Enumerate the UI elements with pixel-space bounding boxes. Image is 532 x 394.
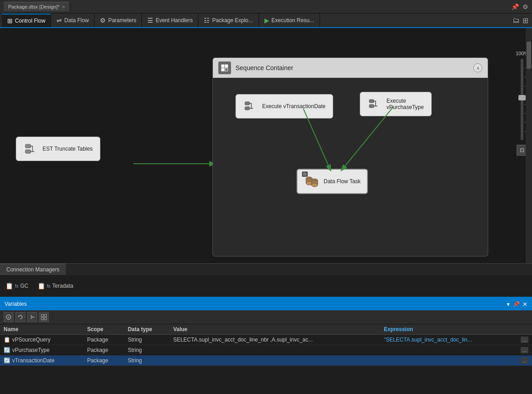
tab-data-flow-label: Data Flow: [64, 17, 89, 24]
svg-rect-27: [44, 314, 47, 317]
svg-rect-4: [25, 144, 31, 148]
var-ellipsis-cell[interactable]: ...: [517, 335, 532, 345]
tab-control-flow[interactable]: ⊞ Control Flow: [2, 14, 51, 27]
variables-close-button[interactable]: ✕: [523, 301, 527, 308]
var-row-icon-3: 🔄: [4, 357, 10, 364]
svg-rect-29: [44, 318, 47, 320]
teradata-conn-icon: 📋: [38, 282, 45, 290]
var-row-icon-1: 📋: [4, 337, 10, 343]
svg-rect-13: [369, 104, 374, 108]
est-truncate-tables-node[interactable]: EST Truncate Tables: [16, 137, 100, 161]
var-expression-cell: "SELECTA.supl_invc_acct_doc_lin...: [380, 335, 517, 345]
execute-vtransactiondate-node[interactable]: Execute vTransactionDate: [235, 94, 333, 119]
col-value-header[interactable]: Value: [169, 324, 380, 335]
col-scope-header[interactable]: Scope: [84, 324, 124, 335]
var-ellipsis-button-3[interactable]: ...: [521, 357, 528, 364]
zoom-thumb[interactable]: [518, 95, 526, 100]
sequence-header-icon: [218, 62, 231, 74]
variables-title: Variables: [5, 301, 27, 307]
var-expression-cell: [380, 356, 517, 366]
sequence-container[interactable]: Sequence Container ∧ Execute vTransactio…: [212, 57, 488, 256]
var-value-cell: [169, 356, 380, 366]
main-area: EST Truncate Tables Sequence Container ∧: [0, 28, 532, 394]
grid-variable-button[interactable]: [39, 312, 49, 322]
teradata-name: Teradata: [52, 283, 74, 289]
tab-data-flow[interactable]: ⇌ Data Flow: [51, 14, 94, 27]
zoom-track[interactable]: [521, 59, 523, 140]
variables-pin2-button[interactable]: 📌: [513, 301, 520, 308]
est-truncate-label: EST Truncate Tables: [42, 146, 93, 152]
execute-vpurchasetype-label: Execute vPurchaseType: [386, 98, 424, 110]
var-scope-cell: Package: [84, 335, 124, 345]
connection-managers-tab[interactable]: Connection Managers: [0, 264, 66, 275]
svg-text:+: +: [7, 315, 10, 320]
data-flow-task-node[interactable]: fx Data Flow Task: [297, 169, 368, 194]
var-ellipsis-cell[interactable]: ...: [517, 356, 532, 366]
canvas-scrollbar[interactable]: [526, 28, 532, 263]
scrollbar-thumb[interactable]: [527, 42, 531, 69]
connection-managers-label: Connection Managers: [6, 266, 59, 273]
var-value-cell: [169, 345, 380, 356]
variable-row-3[interactable]: 🔄vTransactionDate Package String ...: [0, 356, 532, 366]
var-ellipsis-button-1[interactable]: ...: [521, 337, 528, 343]
parameters-icon: ⚙: [100, 17, 106, 24]
svg-rect-10: [245, 102, 250, 105]
sequence-collapse-button[interactable]: ∧: [473, 63, 482, 72]
control-flow-icon: ⊞: [7, 17, 13, 24]
move-variable-button[interactable]: [27, 312, 37, 322]
var-datatype-cell: String: [124, 356, 170, 366]
variable-row-1[interactable]: 📋vPSourceQuery Package String SELECTA.su…: [0, 335, 532, 345]
gc-conn-icon: 📋: [5, 282, 13, 290]
sequence-header: Sequence Container ∧: [213, 58, 488, 78]
package-tab-label: Package.dtsx [Design]*: [8, 4, 60, 9]
title-bar: Package.dtsx [Design]* × 📌 ⚙: [0, 0, 532, 14]
tab-event-handlers[interactable]: ☰ Event Handlers: [142, 14, 198, 27]
var-datatype-cell: String: [124, 345, 170, 356]
svg-rect-12: [369, 100, 374, 103]
variables-pin-button[interactable]: ▾: [507, 301, 510, 308]
add-variable-button[interactable]: +: [4, 312, 14, 322]
svg-point-19: [311, 183, 318, 187]
var-ellipsis-button-2[interactable]: ...: [521, 347, 528, 353]
title-bar-actions: 📌 ⚙: [511, 3, 528, 10]
settings-icon[interactable]: ⚙: [523, 3, 528, 10]
package-explorer-icon: ☷: [204, 17, 210, 24]
svg-rect-8: [221, 68, 224, 71]
connection-teradata[interactable]: 📋 fx Teradata: [38, 282, 73, 290]
var-name-cell: 📋vPSourceQuery: [0, 335, 84, 345]
svg-rect-9: [225, 68, 228, 71]
data-flow-icon: ⇌: [56, 17, 62, 24]
svg-rect-6: [221, 65, 224, 67]
col-name-header[interactable]: Name: [0, 324, 84, 335]
variables-header: Variables ▾ 📌 ✕: [0, 298, 532, 310]
var-value-cell: SELECTA.supl_invc_acct_doc_line_nbr ,A.s…: [169, 335, 380, 345]
tab-package-explorer[interactable]: ☷ Package Explo...: [198, 14, 259, 27]
svg-rect-28: [41, 318, 43, 320]
refresh-button[interactable]: [15, 312, 25, 322]
data-flow-task-label: Data Flow Task: [324, 178, 361, 185]
var-name-cell: 🔄vTransactionDate: [0, 356, 84, 366]
pin-icon[interactable]: 📌: [511, 3, 519, 10]
design-canvas[interactable]: EST Truncate Tables Sequence Container ∧: [0, 28, 532, 263]
variable-row-2[interactable]: 🔄vPurchaseType Package String ...: [0, 345, 532, 356]
var-ellipsis-cell[interactable]: ...: [517, 345, 532, 356]
sequence-container-title: Sequence Container: [235, 64, 293, 71]
gc-fx-label: fx: [15, 284, 19, 289]
connection-gc[interactable]: 📋 fx GC: [5, 282, 28, 290]
var-row-icon-2: 🔄: [4, 347, 10, 353]
col-expression-header[interactable]: Expression: [380, 324, 517, 335]
teradata-fx-label: fx: [47, 284, 51, 289]
connection-managers-bar: Connection Managers 📋 fx GC 📋 fx Teradat…: [0, 263, 532, 297]
col-datatype-header[interactable]: Data type: [124, 324, 170, 335]
solution-icon[interactable]: 🗂: [513, 16, 520, 24]
tab-execution-results[interactable]: ▶ Execution Resu...: [259, 14, 320, 27]
execute-vpurchasetype-node[interactable]: Execute vPurchaseType: [360, 92, 432, 116]
inner-connections-svg: [213, 58, 488, 256]
gc-name: GC: [20, 283, 28, 289]
grid-icon[interactable]: ⊞: [523, 16, 528, 25]
tab-event-handlers-label: Event Handlers: [155, 17, 193, 24]
tab-parameters[interactable]: ⚙ Parameters: [94, 14, 142, 27]
var-expression-cell: [380, 345, 517, 356]
package-tab[interactable]: Package.dtsx [Design]* ×: [4, 2, 70, 11]
close-tab-button[interactable]: ×: [62, 5, 65, 9]
